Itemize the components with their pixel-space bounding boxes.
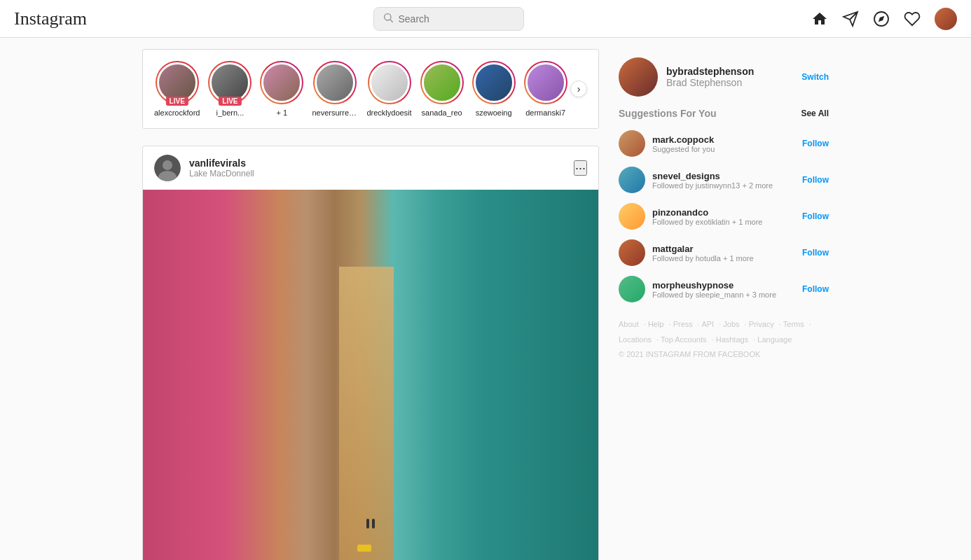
- suggestion-desc: Suggested for you: [652, 145, 715, 153]
- footer-link[interactable]: Top Accounts: [661, 335, 706, 344]
- story-item[interactable]: szewoeing: [472, 61, 516, 117]
- header-nav: [811, 8, 957, 30]
- sidebar-user-avatar: [619, 57, 658, 97]
- heart-icon[interactable]: [904, 10, 921, 27]
- post-options-button[interactable]: ···: [574, 160, 587, 176]
- story-username: i_bern...: [216, 108, 245, 117]
- story-username: neversurren...: [312, 108, 358, 117]
- suggestion-info: snevel_designs Followed by justinwynn13 …: [652, 171, 773, 190]
- follow-button[interactable]: Follow: [802, 284, 829, 294]
- story-username: dermanski7: [525, 108, 565, 117]
- story-username: szewoeing: [476, 108, 512, 117]
- feed-column: LIVE alexcrockford LIVE i_bern... + 1 ne…: [142, 49, 599, 560]
- suggestion-desc: Followed by justinwynn13 + 2 more: [652, 181, 773, 190]
- post-image: [143, 190, 598, 560]
- footer-link[interactable]: About: [619, 320, 639, 328]
- suggestion-username[interactable]: mattgalar: [652, 244, 754, 254]
- suggestion-left: snevel_designs Followed by justinwynn13 …: [619, 167, 773, 193]
- sidebar-username[interactable]: bybradstephenson: [666, 66, 793, 77]
- send-icon[interactable]: [842, 10, 859, 27]
- post-header-left: vanlifevirals Lake MacDonnell: [154, 155, 254, 181]
- explore-icon[interactable]: [873, 10, 890, 27]
- suggestion-left: pinzonandco Followed by exotiklatin + 1 …: [619, 203, 762, 230]
- switch-button[interactable]: Switch: [801, 72, 829, 82]
- post-header: vanlifevirals Lake MacDonnell ···: [143, 146, 598, 190]
- story-username: alexcrockford: [154, 108, 200, 117]
- suggestion-left: mattgalar Followed by hotudla + 1 more: [619, 239, 754, 266]
- home-icon[interactable]: [811, 10, 828, 27]
- post-location: Lake MacDonnell: [189, 169, 254, 178]
- follow-button[interactable]: Follow: [802, 175, 829, 185]
- suggestions-title: Suggestions For You: [619, 108, 717, 119]
- suggestion-item: mark.coppock Suggested for you Follow: [619, 130, 829, 157]
- search-bar[interactable]: [373, 7, 524, 31]
- story-username: drecklydoesit: [366, 108, 411, 117]
- suggestion-item: mattgalar Followed by hotudla + 1 more F…: [619, 239, 829, 266]
- suggestion-left: mark.coppock Suggested for you: [619, 130, 715, 157]
- post-container: vanlifevirals Lake MacDonnell ···: [142, 146, 599, 560]
- follow-button[interactable]: Follow: [802, 139, 829, 148]
- story-item[interactable]: drecklydoesit: [366, 61, 411, 117]
- post-user-info: vanlifevirals Lake MacDonnell: [189, 158, 254, 178]
- suggestion-username[interactable]: mark.coppock: [652, 134, 715, 145]
- suggestion-username[interactable]: snevel_designs: [652, 171, 773, 181]
- chevron-right-icon: ›: [577, 83, 581, 94]
- svg-point-0: [385, 13, 391, 20]
- footer-link[interactable]: Jobs: [723, 320, 739, 328]
- follow-button[interactable]: Follow: [802, 248, 829, 258]
- suggestion-left: morpheushypnose Followed by sleepie_mann…: [619, 276, 776, 302]
- footer-link[interactable]: Hashtags: [716, 335, 748, 344]
- follow-button[interactable]: Follow: [802, 211, 829, 221]
- suggestion-info: mattgalar Followed by hotudla + 1 more: [652, 244, 754, 262]
- stories-next-button[interactable]: ›: [570, 80, 587, 97]
- footer-links: About · Help · Press · API · Jobs · Priv…: [619, 316, 829, 347]
- header: Instagram: [0, 0, 971, 38]
- footer-link[interactable]: Help: [648, 320, 664, 328]
- story-item[interactable]: sanada_reo: [420, 61, 464, 117]
- suggestion-info: mark.coppock Suggested for you: [652, 134, 715, 153]
- sidebar-user-info: bybradstephenson Brad Stephenson: [666, 66, 793, 88]
- svg-line-1: [390, 20, 393, 22]
- suggestion-username[interactable]: pinzonandco: [652, 207, 762, 218]
- story-item[interactable]: LIVE alexcrockford: [154, 61, 200, 117]
- sidebar-user: bybradstephenson Brad Stephenson Switch: [619, 57, 829, 97]
- search-icon: [383, 12, 394, 26]
- footer-link[interactable]: Terms: [783, 320, 804, 328]
- footer-link[interactable]: Locations: [619, 335, 652, 344]
- footer-link[interactable]: Press: [673, 320, 693, 328]
- post-avatar: [154, 155, 181, 181]
- suggestions-list: mark.coppock Suggested for you Follow sn…: [619, 130, 829, 302]
- story-item[interactable]: neversurren...: [312, 61, 358, 117]
- suggestion-avatar: [619, 203, 645, 230]
- footer-link[interactable]: Language: [757, 335, 792, 344]
- footer-link[interactable]: API: [701, 320, 714, 328]
- suggestion-username[interactable]: morpheushypnose: [652, 280, 776, 290]
- see-all-button[interactable]: See All: [801, 108, 829, 118]
- sidebar-column: bybradstephenson Brad Stephenson Switch …: [619, 49, 829, 560]
- suggestion-avatar: [619, 130, 645, 157]
- live-badge: LIVE: [219, 97, 241, 106]
- suggestion-avatar: [619, 276, 645, 302]
- story-username: sanada_reo: [422, 108, 462, 117]
- profile-avatar[interactable]: [935, 8, 957, 30]
- story-item[interactable]: dermanski7: [524, 61, 567, 117]
- suggestion-item: pinzonandco Followed by exotiklatin + 1 …: [619, 203, 829, 230]
- story-username: + 1: [277, 108, 288, 117]
- suggestion-avatar: [619, 167, 645, 193]
- live-badge: LIVE: [166, 97, 188, 106]
- road-scene: [143, 190, 598, 560]
- suggestion-info: morpheushypnose Followed by sleepie_mann…: [652, 280, 776, 299]
- stories-container: LIVE alexcrockford LIVE i_bern... + 1 ne…: [142, 49, 599, 129]
- footer-link[interactable]: Privacy: [749, 320, 774, 328]
- post-username[interactable]: vanlifevirals: [189, 158, 254, 169]
- stories-list: LIVE alexcrockford LIVE i_bern... + 1 ne…: [154, 61, 569, 117]
- suggestion-item: snevel_designs Followed by justinwynn13 …: [619, 167, 829, 193]
- story-item[interactable]: + 1: [260, 61, 303, 117]
- search-input[interactable]: [398, 13, 515, 24]
- suggestion-desc: Followed by sleepie_mann + 3 more: [652, 290, 776, 299]
- footer-copyright: © 2021 INSTAGRAM FROM FACEBOOK: [619, 350, 829, 358]
- svg-marker-3: [879, 15, 884, 21]
- suggestion-item: morpheushypnose Followed by sleepie_mann…: [619, 276, 829, 302]
- suggestion-info: pinzonandco Followed by exotiklatin + 1 …: [652, 207, 762, 226]
- story-item[interactable]: LIVE i_bern...: [208, 61, 252, 117]
